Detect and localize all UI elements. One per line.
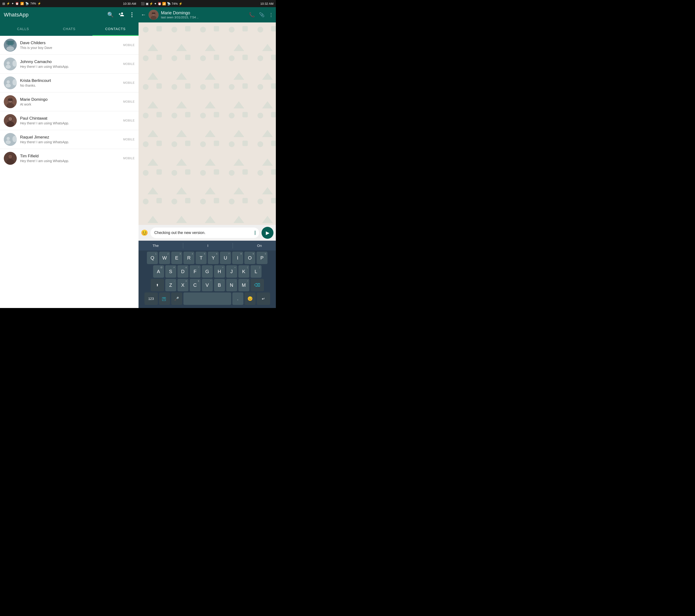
contact-info-dave: Dave Childers This is your boy Dave xyxy=(20,40,120,50)
tab-contacts[interactable]: CONTACTS xyxy=(92,22,138,35)
tab-calls-label: CALLS xyxy=(17,27,29,31)
contact-type-johnny: MOBILE xyxy=(123,62,135,66)
key-v[interactable]: "V xyxy=(202,279,213,291)
suggestion-the[interactable]: The xyxy=(149,243,163,249)
contact-name-johnny: Johnny Camacho xyxy=(20,59,120,64)
keyboard-rows: 1Q 2W 3E 4R 5T 6Y 7U 8I 9O 0P @A #S &D *… xyxy=(138,251,276,308)
emoji-button[interactable]: 😊 xyxy=(141,229,148,236)
attachment-icon[interactable]: 📎 xyxy=(259,12,265,17)
key-c[interactable]: $C xyxy=(190,279,201,291)
bluetooth-icon: ✦ xyxy=(12,2,14,5)
chat-contact-info[interactable]: Marie Domingo last seen 3/31/2015, 7:54 … xyxy=(161,11,247,19)
contact-status-dave: This is your boy Dave xyxy=(20,46,120,50)
contact-item-marie[interactable]: Marie Domingo At work MOBILE xyxy=(0,92,138,111)
avatar-tim xyxy=(4,152,17,165)
svg-rect-31 xyxy=(152,13,155,14)
search-icon[interactable]: 🔍 xyxy=(107,12,114,18)
key-h[interactable]: +H xyxy=(214,265,225,278)
key-o[interactable]: 9O xyxy=(244,252,255,264)
suggestion-on[interactable]: On xyxy=(253,243,266,249)
svg-point-19 xyxy=(9,117,12,121)
tab-calls[interactable]: CALLS xyxy=(0,22,46,35)
contact-type-tim: MOBILE xyxy=(123,157,135,160)
back-button[interactable]: ← xyxy=(141,12,146,18)
shift-key[interactable]: ⬆ xyxy=(151,279,164,291)
key-k[interactable]: (K xyxy=(238,265,249,278)
space-key[interactable] xyxy=(183,292,231,305)
contact-name-paul: Paul Chintawat xyxy=(20,116,120,121)
left-panel: ▤ ⚡ ✦ ⏰ 📶 📡 74% ⚡ 10:30 AM WhatsApp 🔍 ⋮ … xyxy=(0,0,138,308)
key-a[interactable]: @A xyxy=(153,265,164,278)
key-i[interactable]: 8I xyxy=(232,252,243,264)
contact-status-raquel: Hey there! I am using WhatsApp. xyxy=(20,140,120,144)
top-bar-left: WhatsApp 🔍 ⋮ xyxy=(0,7,138,22)
contact-item-dave[interactable]: Dave Childers This is your boy Dave MOBI… xyxy=(0,36,138,55)
enter-key[interactable]: ↵ xyxy=(257,292,270,305)
signal2-icon: 📡 xyxy=(167,2,171,5)
contact-item-tim[interactable]: Tim Fifield Hey there! I am using WhatsA… xyxy=(0,149,138,168)
key-b[interactable]: 'B xyxy=(214,279,225,291)
key-p[interactable]: 0P xyxy=(256,252,268,264)
comma-key[interactable] xyxy=(159,292,170,305)
key-f[interactable]: *F xyxy=(190,265,201,278)
right-panel: ⬛ ▣ ⚡ ✦ ⏰ 📶 📡 74% ⚡ 10:32 AM ← Marie Dom… xyxy=(138,0,276,308)
key-w[interactable]: 2W xyxy=(159,252,170,264)
contact-type-raquel: MOBILE xyxy=(123,138,135,141)
more-icon[interactable]: ⋮ xyxy=(129,12,135,18)
key-m[interactable]: /M xyxy=(238,279,249,291)
key-r[interactable]: 4R xyxy=(183,252,194,264)
phone-icon[interactable]: 📞 xyxy=(249,12,255,18)
wifi2-icon: 📶 xyxy=(162,2,166,5)
contact-item-johnny[interactable]: Johnny Camacho Hey there! I am using Wha… xyxy=(0,55,138,73)
app-title: WhatsApp xyxy=(4,12,29,18)
avatar-dave xyxy=(4,39,17,52)
charging-icon: ⚡ xyxy=(37,2,41,5)
asdfjkl-row: @A #S &D *F -G +H =J (K )L xyxy=(139,265,275,278)
key-g[interactable]: -G xyxy=(202,265,213,278)
add-contact-icon[interactable] xyxy=(118,12,124,18)
key-q[interactable]: 1Q xyxy=(147,252,158,264)
key-e[interactable]: 3E xyxy=(171,252,182,264)
contact-item-paul[interactable]: Paul Chintawat Hey there! I am using Wha… xyxy=(0,111,138,130)
key-z[interactable]: -Z xyxy=(165,279,176,291)
svg-point-18 xyxy=(6,121,14,127)
key-n[interactable]: ;N xyxy=(226,279,237,291)
contact-info-paul: Paul Chintawat Hey there! I am using Wha… xyxy=(20,116,120,125)
notification-icon: ▤ xyxy=(2,2,5,5)
contact-item-raquel[interactable]: Raquel Jimenez Hey there! I am using Wha… xyxy=(0,130,138,149)
avatar-marie xyxy=(4,95,17,108)
key-y[interactable]: 6Y xyxy=(208,252,219,264)
suggestion-i[interactable]: I xyxy=(203,243,212,249)
time-right: 10:32 AM xyxy=(260,2,273,5)
key-u[interactable]: 7U xyxy=(220,252,231,264)
contact-name-tim: Tim Fifield xyxy=(20,154,120,158)
contact-item-krista[interactable]: Krista Berlincourt No thanks. MOBILE xyxy=(0,73,138,92)
flash-icon: ⚡ xyxy=(6,2,10,5)
period-key[interactable]: . xyxy=(232,292,243,305)
flash2-icon: ⚡ xyxy=(149,2,153,5)
suggestion-divider-2 xyxy=(233,243,233,249)
key-d[interactable]: &D xyxy=(177,265,188,278)
number-switch-key[interactable]: 123 xyxy=(145,292,158,305)
contact-name-dave: Dave Childers xyxy=(20,40,120,45)
key-l[interactable]: )L xyxy=(251,265,261,278)
tab-chats[interactable]: CHATS xyxy=(46,22,92,35)
contact-list: Dave Childers This is your boy Dave MOBI… xyxy=(0,36,138,308)
key-j[interactable]: =J xyxy=(226,265,237,278)
chat-more-icon[interactable]: ⋮ xyxy=(269,12,273,18)
keyboard-emoji-key[interactable]: 😊 xyxy=(244,292,256,305)
alarm2-icon: ⏰ xyxy=(158,2,162,5)
backspace-key[interactable]: ⌫ xyxy=(251,279,264,291)
contact-status-johnny: Hey there! I am using WhatsApp. xyxy=(20,65,120,69)
charging2-icon: ⚡ xyxy=(179,2,183,5)
key-x[interactable]: XX xyxy=(177,279,188,291)
message-input-box[interactable]: Checking out the new version. xyxy=(151,227,259,238)
chat-avatar-marie[interactable] xyxy=(149,10,158,20)
mic-key[interactable]: 🎤 xyxy=(171,292,182,305)
contact-status-paul: Hey there! I am using WhatsApp. xyxy=(20,121,120,125)
key-s[interactable]: #S xyxy=(165,265,176,278)
number-row: 1Q 2W 3E 4R 5T 6Y 7U 8I 9O 0P xyxy=(139,252,275,264)
contact-name-krista: Krista Berlincourt xyxy=(20,78,120,83)
key-t[interactable]: 5T xyxy=(196,252,207,264)
send-button[interactable]: ▶ xyxy=(261,227,273,239)
